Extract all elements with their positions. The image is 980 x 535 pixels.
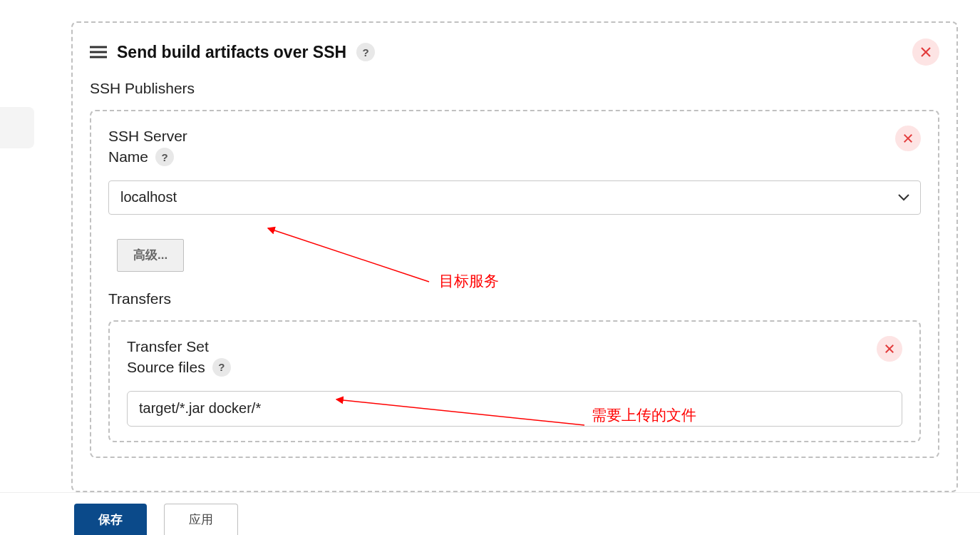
- panel-header: Send build artifacts over SSH ?: [90, 39, 939, 66]
- advanced-button[interactable]: 高级...: [117, 239, 184, 272]
- delete-step-button[interactable]: [912, 39, 939, 66]
- ssh-server-field-header: SSH Server Name ?: [108, 126, 921, 168]
- source-files-input[interactable]: [127, 391, 902, 427]
- ssh-server-label-2: Name: [108, 146, 148, 167]
- left-collapsed-tab[interactable]: [0, 107, 34, 148]
- drag-handle-icon[interactable]: [90, 46, 107, 58]
- transfer-set-label-2: Source files: [127, 357, 205, 377]
- footer-action-bar: 保存 应用: [0, 492, 980, 535]
- close-icon: [920, 46, 932, 58]
- delete-transfer-button[interactable]: [877, 336, 902, 362]
- ssh-server-select-wrap: [108, 180, 921, 215]
- ssh-publisher-panel: SSH Server Name ? 高级... Transfers Transf…: [90, 110, 939, 458]
- close-icon: [884, 344, 894, 354]
- help-icon[interactable]: ?: [155, 148, 174, 166]
- ssh-server-label-1: SSH Server: [108, 126, 187, 146]
- apply-button[interactable]: 应用: [164, 504, 238, 535]
- save-button[interactable]: 保存: [74, 504, 147, 535]
- transfer-set-panel: Transfer Set Source files ?: [108, 320, 921, 442]
- close-icon: [903, 133, 913, 143]
- delete-publisher-button[interactable]: [895, 126, 921, 151]
- help-icon[interactable]: ?: [356, 43, 375, 61]
- transfer-set-label-1: Transfer Set: [127, 336, 231, 357]
- ssh-server-select[interactable]: [108, 180, 921, 215]
- panel-title: Send build artifacts over SSH: [117, 43, 346, 62]
- transfer-set-header: Transfer Set Source files ?: [127, 336, 902, 378]
- ssh-publishers-label: SSH Publishers: [90, 80, 939, 97]
- transfers-label: Transfers: [108, 290, 921, 307]
- help-icon[interactable]: ?: [212, 358, 231, 377]
- ssh-build-step-panel: Send build artifacts over SSH ? SSH Publ…: [71, 21, 958, 492]
